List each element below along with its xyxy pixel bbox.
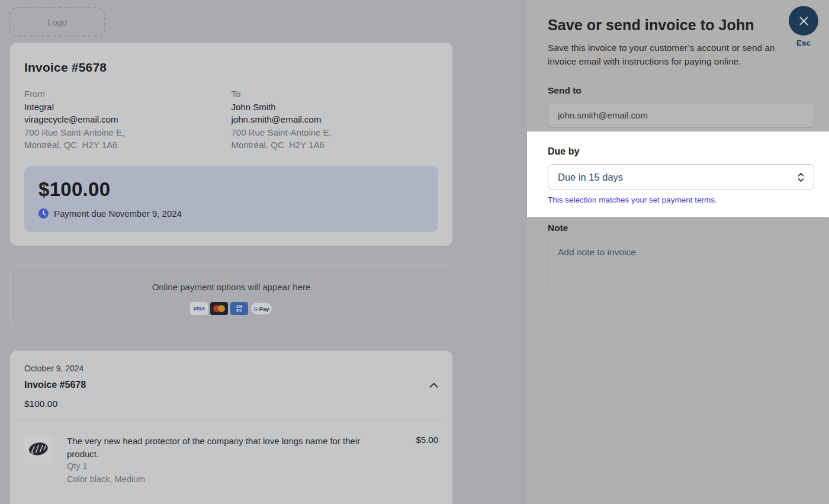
gpay-badge-icon: G Pay bbox=[250, 302, 272, 315]
send-to-label: Send to bbox=[548, 85, 814, 96]
from-address-line1: 700 Rue Saint-Antoine E, bbox=[24, 126, 232, 139]
invoice-details-title: Invoice #5678 bbox=[24, 380, 86, 390]
select-stepper-icon bbox=[798, 172, 804, 182]
clock-icon bbox=[38, 208, 49, 219]
payment-options-card: Online payment options will appear here … bbox=[10, 265, 452, 329]
panel-description: Save this invoice to your customer’s acc… bbox=[548, 41, 786, 68]
product-helmet-image bbox=[24, 435, 53, 463]
divider bbox=[18, 420, 444, 420]
invoice-total: $100.00 bbox=[24, 399, 438, 409]
note-section: Note bbox=[527, 217, 829, 294]
due-by-select[interactable]: Due in 15 days bbox=[548, 164, 814, 190]
from-block: From Integral viragecycle@email.com 700 … bbox=[24, 88, 232, 152]
invoice-details-card: October 9, 2024 Invoice #5678 $100.00 T bbox=[10, 351, 452, 504]
amount-due-card: $100.00 Payment due November 9, 2024 bbox=[24, 166, 438, 232]
from-name: Integral bbox=[24, 101, 232, 114]
to-name: John Smith bbox=[232, 101, 439, 114]
from-to-section: From Integral viragecycle@email.com 700 … bbox=[24, 88, 438, 152]
payment-due-text: Payment due November 9, 2024 bbox=[54, 208, 182, 219]
invoice-title: Invoice #5678 bbox=[24, 60, 438, 75]
note-textarea[interactable] bbox=[548, 239, 814, 294]
close-button[interactable] bbox=[789, 6, 818, 36]
due-by-spotlight-section: Due by Due in 15 days This selection mat… bbox=[527, 131, 829, 217]
item-variant: Color black, Medium bbox=[67, 473, 387, 486]
to-label: To bbox=[232, 88, 439, 101]
from-email: viragecycle@email.com bbox=[24, 113, 232, 126]
invoice-preview-card: Invoice #5678 From Integral viragecycle@… bbox=[10, 43, 452, 246]
invoice-preview-pane: Logo Invoice #5678 From Integral viragec… bbox=[0, 0, 527, 504]
payment-options-message: Online payment options will appear here bbox=[11, 282, 452, 292]
note-label: Note bbox=[548, 223, 814, 233]
logo-placeholder-label: Logo bbox=[47, 17, 67, 27]
panel-title: Save or send invoice to John bbox=[548, 17, 814, 34]
panel-header-section: Save or send invoice to John Save this i… bbox=[527, 0, 829, 131]
mastercard-badge-icon bbox=[210, 302, 228, 315]
item-qty: Qty 1 bbox=[67, 460, 387, 473]
card-brand-badges: VISA AM EX G Pay bbox=[11, 302, 452, 315]
send-to-input[interactable] bbox=[548, 102, 814, 128]
to-block: To John Smith john.smith@email.com 700 R… bbox=[232, 88, 439, 152]
due-by-selected-value: Due in 15 days bbox=[558, 172, 623, 183]
due-by-label: Due by bbox=[548, 146, 814, 157]
invoice-amount: $100.00 bbox=[38, 178, 424, 201]
line-item: The very new head protector of the compa… bbox=[24, 435, 438, 486]
close-icon bbox=[799, 16, 809, 26]
visa-badge-icon: VISA bbox=[190, 302, 208, 315]
amex-badge-icon: AM EX bbox=[230, 302, 248, 315]
esc-hint-label: Esc bbox=[789, 38, 818, 47]
logo-placeholder[interactable]: Logo bbox=[9, 7, 105, 37]
item-description: The very new head protector of the compa… bbox=[67, 435, 387, 460]
to-address-line1: 700 Rue Saint-Antoine E, bbox=[232, 126, 439, 139]
chevron-up-icon[interactable] bbox=[429, 383, 438, 388]
save-send-panel: Save or send invoice to John Save this i… bbox=[527, 0, 829, 504]
payment-terms-helper-link[interactable]: This selection matches your set payment … bbox=[548, 195, 717, 204]
from-address-line2: Montréal, QC H2Y 1A6 bbox=[24, 139, 232, 152]
item-price: $5.00 bbox=[416, 435, 438, 486]
to-email: john.smith@email.com bbox=[232, 113, 439, 126]
to-address-line2: Montréal, QC H2Y 1A6 bbox=[232, 139, 439, 152]
invoice-date: October 9, 2024 bbox=[24, 364, 438, 373]
from-label: From bbox=[24, 88, 232, 101]
